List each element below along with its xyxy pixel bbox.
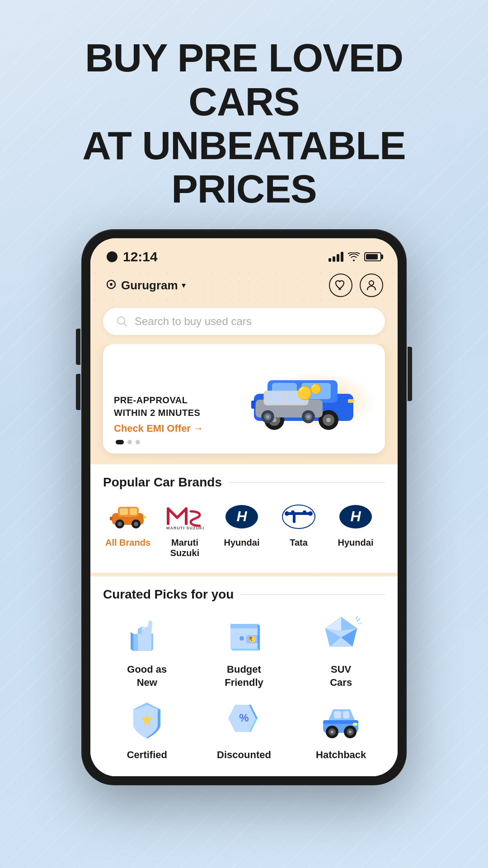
svg-marker-61 <box>341 617 357 631</box>
svg-rect-29 <box>130 508 137 515</box>
pick-icon-discounted: % <box>219 698 269 743</box>
pick-icon-hatchback <box>316 698 366 743</box>
brand-label-maruti: MarutiSuzuki <box>170 538 199 558</box>
brand-icon-hyundai1: H <box>221 500 262 533</box>
svg-point-59 <box>239 636 244 641</box>
svg-marker-62 <box>325 617 341 631</box>
pick-hatchback[interactable]: Hatchback <box>297 698 385 762</box>
banner-card[interactable]: 🟡 🟡 PRE-APPROVAL WITHIN 2 MINUTES Check … <box>103 344 385 453</box>
svg-marker-48 <box>133 634 138 651</box>
pick-label-good-as-new: Good asNew <box>127 663 167 689</box>
header-actions <box>329 274 383 297</box>
brand-item-all[interactable]: All Brands <box>103 500 153 558</box>
search-placeholder-text: Search to buy used cars <box>135 315 252 328</box>
hero-title: BUY PRE LOVED CARS AT UNBEATABLE PRICES <box>0 0 488 229</box>
svg-text:H: H <box>350 508 361 524</box>
banner-indicators <box>103 434 385 453</box>
app-header: Gurugram ▾ <box>90 268 398 304</box>
svg-point-2 <box>369 281 374 285</box>
brand-item-maruti[interactable]: MARUTI SUZUKI MarutiSuzuki <box>160 500 210 558</box>
brand-icon-hyundai2: H <box>335 500 376 533</box>
tata-logo <box>281 503 317 530</box>
picks-title: Curated Picks for you <box>103 587 234 602</box>
svg-line-67 <box>358 623 362 624</box>
svg-text:₹: ₹ <box>249 636 253 642</box>
location-selector[interactable]: Gurugram ▾ <box>105 278 186 292</box>
pick-icon-good-as-new <box>122 613 172 658</box>
svg-rect-35 <box>143 516 146 519</box>
hatchback-car-icon <box>319 700 364 741</box>
tag-percent-icon: % <box>221 700 267 741</box>
status-time-area: 12:14 <box>107 249 158 264</box>
banner-cta-button[interactable]: Check EMI Offer → <box>114 423 374 434</box>
signal-icon <box>328 252 343 262</box>
svg-rect-34 <box>110 517 113 520</box>
svg-line-68 <box>356 616 357 619</box>
pick-discounted[interactable]: % Discounted <box>200 698 288 762</box>
indicator-active <box>116 440 124 444</box>
time-display: 12:14 <box>123 249 158 264</box>
brand-label-hyundai2: Hyundai <box>338 538 374 548</box>
svg-marker-51 <box>151 633 153 651</box>
pick-label-hatchback: Hatchback <box>316 749 366 762</box>
pick-good-as-new[interactable]: Good asNew <box>103 613 191 689</box>
svg-point-81 <box>331 731 333 733</box>
coins-decoration-2: 🟡 <box>310 383 322 394</box>
svg-point-33 <box>134 522 138 526</box>
pick-icon-suv-cars <box>316 613 366 658</box>
heart-icon <box>335 280 347 291</box>
camera-icon <box>107 251 117 262</box>
picks-section-header: Curated Picks for you <box>103 587 385 602</box>
search-container: Search to buy used cars <box>90 304 398 344</box>
pick-certified[interactable]: Certified <box>103 698 191 762</box>
shield-star-icon <box>124 700 169 741</box>
brand-item-hyundai2[interactable]: H Hyundai <box>331 500 380 558</box>
brands-title: Popular Car Brands <box>103 475 222 490</box>
svg-point-31 <box>117 522 122 526</box>
phone-outer: 12:14 <box>81 229 407 785</box>
indicator-3 <box>136 440 140 444</box>
svg-point-43 <box>308 511 313 516</box>
location-pin-icon <box>105 279 117 292</box>
brands-divider <box>229 482 385 483</box>
banner-label-line2: WITHIN 2 MINUTES <box>114 406 374 419</box>
pick-label-discounted: Discounted <box>217 749 271 762</box>
svg-point-42 <box>285 511 289 516</box>
diamond-car-icon <box>319 615 364 656</box>
location-text: Gurugram <box>121 278 178 292</box>
svg-text:MARUTI SUZUKI: MARUTI SUZUKI <box>166 526 204 530</box>
svg-point-44 <box>291 510 295 514</box>
svg-marker-55 <box>230 649 260 651</box>
picks-divider <box>241 594 385 595</box>
svg-marker-49 <box>131 632 133 651</box>
pick-label-suv-cars: SUVCars <box>330 663 352 689</box>
brand-icon-maruti: MARUTI SUZUKI <box>164 500 205 533</box>
svg-rect-40 <box>287 512 310 515</box>
pick-budget-friendly[interactable]: ₹ BudgetFriendly <box>200 613 288 689</box>
svg-rect-78 <box>343 711 349 718</box>
svg-rect-76 <box>323 720 358 724</box>
status-bar: 12:14 <box>90 238 398 268</box>
picks-grid: Good asNew <box>103 613 385 762</box>
profile-button[interactable] <box>360 274 383 297</box>
pick-suv-cars[interactable]: SUVCars <box>297 613 385 689</box>
car-all-brands-icon <box>110 503 146 530</box>
wifi-icon <box>348 252 360 261</box>
search-bar[interactable]: Search to buy used cars <box>103 308 385 335</box>
brand-label-tata: Tata <box>290 538 308 548</box>
chevron-down-icon: ▾ <box>182 280 186 290</box>
brand-item-hyundai1[interactable]: H Hyundai <box>217 500 267 558</box>
thumbsup-icon <box>124 615 169 656</box>
brands-section-header: Popular Car Brands <box>103 475 385 490</box>
brand-icon-all <box>108 500 148 533</box>
phone-screen: 12:14 <box>90 238 398 776</box>
brands-scroll-row: All Brands MARUTI SUZUKI <box>103 500 385 562</box>
status-icons <box>328 252 381 262</box>
brand-item-tata[interactable]: Tata <box>274 500 324 558</box>
wishlist-button[interactable] <box>329 274 352 297</box>
svg-text:%: % <box>239 712 249 724</box>
banner-label-line1: PRE-APPROVAL <box>114 394 374 406</box>
brand-label-hyundai1: Hyundai <box>224 538 260 548</box>
svg-point-84 <box>349 731 352 733</box>
hero-section: BUY PRE LOVED CARS AT UNBEATABLE PRICES <box>0 0 488 229</box>
